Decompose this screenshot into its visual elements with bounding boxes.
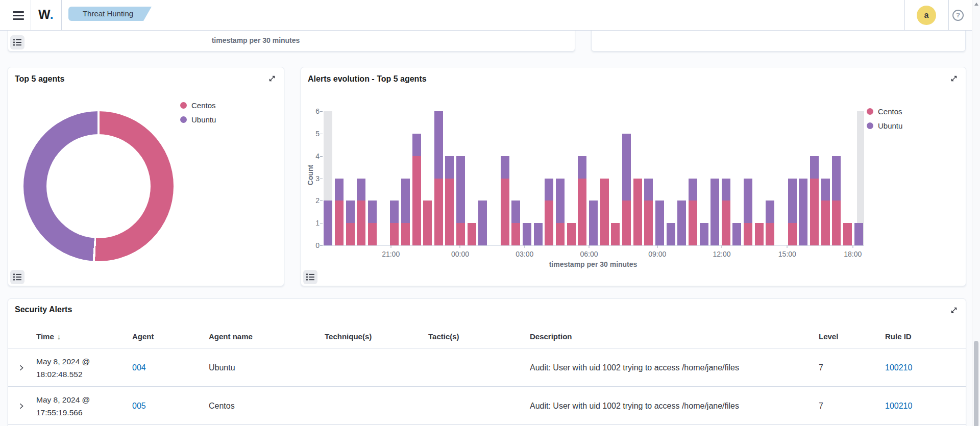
bar-segment-ubuntu [401, 179, 410, 223]
stacked-bar[interactable] [755, 223, 764, 245]
row-expand-chevron[interactable] [15, 348, 28, 387]
chevron-right-icon [18, 364, 25, 371]
stacked-bar[interactable] [578, 156, 586, 245]
stacked-bar[interactable] [832, 156, 841, 245]
scrollbar-thumb[interactable] [974, 341, 978, 426]
stacked-bar[interactable] [655, 201, 664, 245]
stacked-bar[interactable] [401, 179, 410, 246]
column-header-level[interactable]: Level [819, 332, 838, 341]
stacked-bar[interactable] [556, 179, 565, 246]
column-header-time[interactable]: Time↓ [36, 332, 61, 341]
stacked-bar[interactable] [821, 179, 830, 246]
stacked-bar[interactable] [744, 179, 752, 246]
stacked-bar[interactable] [545, 179, 553, 246]
bar-segment-ubuntu [689, 179, 697, 201]
rule-id-link[interactable]: 100210 [885, 363, 912, 372]
breadcrumb-threat-hunting[interactable]: Threat Hunting [68, 7, 152, 21]
legend-label: Ubuntu [878, 121, 902, 130]
column-header-agent[interactable]: Agent [132, 332, 154, 341]
column-header-rule-id[interactable]: Rule ID [885, 332, 912, 341]
stacked-bar[interactable] [700, 223, 708, 245]
stacked-bar[interactable] [710, 179, 719, 246]
stacked-bar[interactable] [854, 223, 863, 245]
column-header-tactic[interactable]: Tactic(s) [428, 332, 459, 341]
expand-icon[interactable] [948, 73, 960, 85]
stacked-bar[interactable] [423, 201, 432, 245]
stacked-bar[interactable] [468, 223, 476, 245]
inspect-list-icon[interactable] [10, 35, 24, 49]
bar-segment-centos [511, 223, 520, 245]
agent-id-link[interactable]: 004 [132, 363, 146, 372]
stacked-bar[interactable] [523, 223, 531, 245]
y-axis-tick-label: 5 [304, 130, 320, 138]
legend-item-ubuntu[interactable]: Ubuntu [867, 118, 902, 133]
stacked-bar[interactable] [677, 201, 686, 245]
stacked-bar[interactable] [766, 201, 774, 245]
legend-label: Centos [191, 101, 216, 110]
stacked-bar[interactable] [335, 179, 344, 246]
stacked-bar[interactable] [501, 156, 509, 245]
stacked-bar[interactable] [346, 201, 355, 245]
stacked-bar[interactable] [390, 201, 399, 245]
bar-segment-centos [755, 223, 764, 245]
legend-label: Centos [878, 107, 902, 116]
legend-item-centos[interactable]: Centos [867, 104, 902, 118]
rule-id-link[interactable]: 100210 [885, 402, 912, 411]
x-axis-tick-label: 03:00 [516, 250, 533, 258]
stacked-bar[interactable] [478, 201, 487, 245]
bar-segment-centos [445, 179, 454, 246]
donut-chart-top-5-agents[interactable] [23, 111, 174, 261]
stacked-bar[interactable] [622, 134, 631, 245]
stacked-bar[interactable] [456, 156, 465, 245]
stacked-bar[interactable] [600, 179, 609, 246]
column-header-technique[interactable]: Technique(s) [325, 332, 372, 341]
vertical-scrollbar[interactable] [972, 0, 980, 426]
help-icon[interactable]: ? [952, 10, 964, 21]
expand-icon[interactable] [948, 305, 960, 316]
stacked-bar[interactable] [644, 179, 653, 246]
stacked-bar[interactable] [511, 201, 520, 245]
stacked-bar[interactable] [788, 179, 797, 246]
wazuh-logo[interactable]: W. [34, 7, 58, 22]
stacked-bar[interactable] [412, 134, 421, 245]
stacked-bar[interactable] [810, 156, 819, 245]
stacked-bar[interactable] [799, 179, 807, 246]
stacked-bar[interactable] [667, 223, 675, 245]
stacked-bar[interactable] [534, 223, 543, 245]
column-header-agent-name[interactable]: Agent name [209, 332, 253, 341]
y-axis-tick-label: 4 [304, 152, 320, 160]
agent-id-link[interactable]: 005 [132, 402, 146, 411]
expand-icon[interactable] [266, 73, 278, 85]
stacked-bar[interactable] [368, 201, 377, 245]
cell-description: Audit: User with uid 1002 trying to acce… [530, 387, 816, 425]
stacked-bar[interactable] [434, 111, 443, 245]
user-avatar[interactable]: a [917, 6, 936, 25]
legend-item-centos[interactable]: Centos [180, 98, 216, 112]
inspect-list-icon[interactable] [10, 270, 24, 284]
stacked-bar[interactable] [589, 201, 598, 245]
stacked-bar[interactable] [732, 223, 741, 245]
scrollbar-up-arrow-icon[interactable] [974, 3, 978, 6]
legend-swatch-icon [867, 122, 873, 129]
bar-segment-centos [357, 201, 365, 245]
y-axis-tick-label: 3 [304, 174, 320, 183]
bar-segment-ubuntu [412, 134, 421, 156]
stacked-bar[interactable] [567, 223, 576, 245]
bar-segment-ubuntu [832, 156, 841, 201]
stacked-bar[interactable] [611, 223, 620, 245]
menu-hamburger-icon[interactable] [7, 7, 30, 23]
bar-segment-ubuntu [655, 201, 664, 245]
stacked-bar[interactable] [445, 156, 454, 245]
stacked-bar[interactable] [633, 179, 642, 246]
stacked-bar-chart[interactable] [323, 111, 864, 245]
table-header-row: Time↓ Agent Agent name Technique(s) Tact… [8, 327, 966, 348]
stacked-bar[interactable] [843, 223, 852, 245]
stacked-bar[interactable] [722, 179, 730, 246]
stacked-bar[interactable] [324, 201, 332, 245]
stacked-bar[interactable] [689, 179, 697, 246]
column-header-description[interactable]: Description [530, 332, 816, 341]
legend-item-ubuntu[interactable]: Ubuntu [180, 112, 216, 127]
stacked-bar[interactable] [357, 179, 365, 246]
inspect-list-icon[interactable] [303, 270, 317, 284]
row-expand-chevron[interactable] [15, 387, 28, 425]
